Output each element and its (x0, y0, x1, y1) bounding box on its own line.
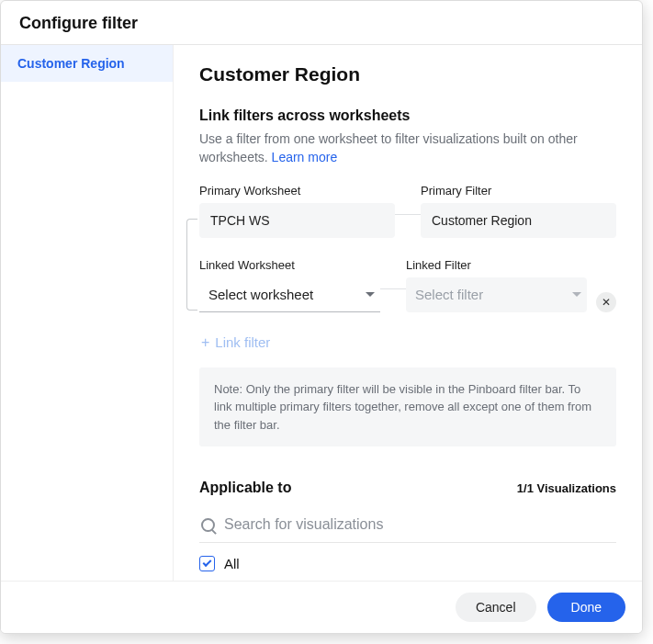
linked-worksheet-label: Linked Worksheet (199, 258, 380, 272)
main-panel: Customer Region Link filters across work… (174, 45, 642, 581)
sidebar-item-label: Customer Region (17, 56, 125, 71)
done-button[interactable]: Done (547, 593, 625, 622)
dialog-title: Configure filter (19, 14, 624, 33)
applicable-heading: Applicable to (199, 480, 291, 496)
sidebar-item-customer-region[interactable]: Customer Region (1, 45, 173, 82)
connector-line (395, 214, 421, 216)
dialog-body: Customer Region Customer Region Link fil… (1, 45, 642, 581)
visualization-count: 1/1 Visualizations (517, 481, 616, 495)
link-filters-heading: Link filters across worksheets (199, 107, 616, 124)
linked-worksheet-select[interactable]: Select worksheet (199, 277, 380, 312)
panel-title: Customer Region (199, 63, 616, 85)
primary-worksheet-label: Primary Worksheet (199, 184, 395, 198)
close-icon: ✕ (602, 296, 611, 309)
connector-line (380, 288, 406, 290)
note-box: Note: Only the primary filter will be vi… (199, 367, 616, 447)
add-link-filter-button[interactable]: + Link filter (201, 334, 270, 351)
all-checkbox-row: All (199, 556, 616, 571)
configure-filter-dialog: Configure filter Customer Region Custome… (0, 0, 643, 634)
linked-filter-select[interactable]: Select filter (406, 277, 587, 312)
learn-more-link[interactable]: Learn more (272, 150, 338, 164)
linked-filter-label: Linked Filter (406, 258, 587, 272)
checkmark-icon (203, 558, 212, 567)
applicable-section: Applicable to 1/1 Visualizations All (199, 480, 616, 571)
all-checkbox-label: All (224, 556, 240, 571)
link-grid: Primary Worksheet TPCH WS Primary Filter… (199, 184, 616, 312)
search-icon (201, 518, 215, 532)
dialog-footer: Cancel Done (1, 581, 642, 633)
all-checkbox[interactable] (199, 556, 215, 571)
sidebar: Customer Region (1, 45, 174, 581)
link-filters-description: Use a filter from one worksheet to filte… (199, 130, 616, 167)
primary-filter-label: Primary Filter (421, 184, 616, 198)
search-row (199, 509, 616, 543)
primary-worksheet-value: TPCH WS (199, 203, 395, 238)
dialog-header: Configure filter (1, 1, 642, 45)
remove-linked-filter-button[interactable]: ✕ (596, 292, 616, 312)
cancel-button[interactable]: Cancel (456, 593, 536, 622)
chevron-down-icon (572, 292, 581, 297)
connector-bracket (186, 219, 197, 311)
primary-filter-value: Customer Region (421, 203, 616, 238)
chevron-down-icon (366, 292, 375, 297)
plus-icon: + (201, 334, 209, 351)
search-visualizations-input[interactable] (224, 516, 614, 533)
